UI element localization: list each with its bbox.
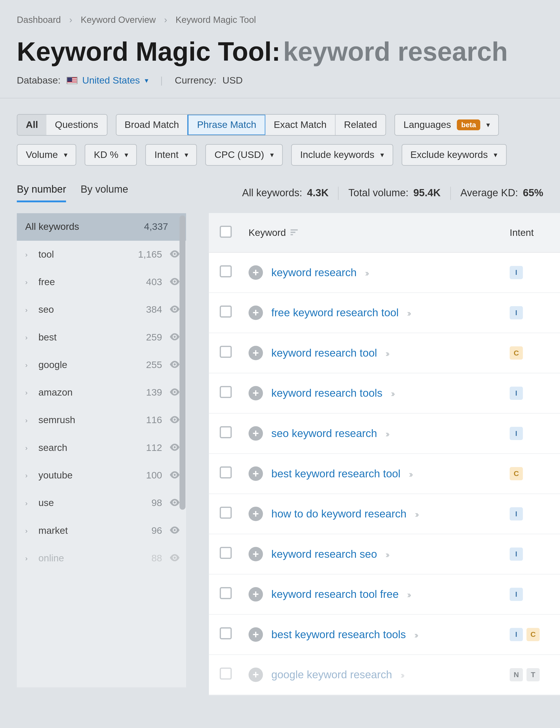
tab-phrase-match[interactable]: Phrase Match <box>187 114 266 136</box>
eye-icon[interactable] <box>169 360 180 370</box>
row-checkbox[interactable] <box>220 668 232 680</box>
add-keyword-button[interactable]: + <box>249 426 263 441</box>
filter-kd[interactable]: KD % ▾ <box>85 144 137 166</box>
row-checkbox[interactable] <box>220 466 232 478</box>
eye-icon[interactable] <box>169 442 180 453</box>
chevron-down-icon: ▾ <box>64 151 67 159</box>
expand-icon[interactable]: ›› <box>401 670 403 680</box>
expand-icon[interactable]: ›› <box>409 469 411 479</box>
filter-cpc[interactable]: CPC (USD) ▾ <box>205 144 283 166</box>
expand-icon[interactable]: ›› <box>365 267 368 278</box>
group-count: 112 <box>129 442 162 453</box>
eye-icon[interactable] <box>169 498 180 508</box>
row-checkbox[interactable] <box>220 507 232 519</box>
languages-dropdown[interactable]: Languages beta ▾ <box>394 114 499 136</box>
row-checkbox[interactable] <box>220 265 232 278</box>
add-keyword-button[interactable]: + <box>249 466 263 481</box>
eye-icon[interactable] <box>169 277 180 287</box>
sidebar-group-item[interactable]: ›youtube100 <box>17 462 186 489</box>
group-name: free <box>39 277 121 287</box>
sidebar-group-item[interactable]: ›semrush116 <box>17 406 186 434</box>
add-keyword-button[interactable]: + <box>249 547 263 561</box>
expand-icon[interactable]: ›› <box>391 388 393 398</box>
add-keyword-button[interactable]: + <box>249 386 263 400</box>
keyword-link[interactable]: seo keyword research <box>271 427 377 440</box>
eye-icon[interactable] <box>169 470 180 481</box>
sidebar-group-item[interactable]: ›search112 <box>17 434 186 462</box>
keyword-link[interactable]: free keyword research tool <box>271 306 398 319</box>
select-all-checkbox[interactable] <box>220 225 232 237</box>
filter-intent[interactable]: Intent ▾ <box>145 144 197 166</box>
sidebar-group-item[interactable]: ›google255 <box>17 351 186 379</box>
add-keyword-button[interactable]: + <box>249 265 263 280</box>
sidebar-group-item[interactable]: ›best259 <box>17 324 186 351</box>
row-checkbox[interactable] <box>220 306 232 318</box>
filter-exclude-keywords[interactable]: Exclude keywords ▾ <box>401 144 506 166</box>
row-checkbox[interactable] <box>220 587 232 599</box>
add-keyword-button[interactable]: + <box>249 668 263 682</box>
keyword-link[interactable]: keyword research seo <box>271 548 377 560</box>
eye-icon[interactable] <box>169 332 180 343</box>
filter-include-keywords[interactable]: Include keywords ▾ <box>291 144 393 166</box>
tab-broad-match[interactable]: Broad Match <box>116 115 188 135</box>
sidebar-group-item[interactable]: ›seo384 <box>17 296 186 323</box>
keyword-link[interactable]: keyword research tool <box>271 347 377 359</box>
eye-icon[interactable] <box>169 553 180 564</box>
sidebar-group-item[interactable]: ›market96 <box>17 517 186 544</box>
tab-related[interactable]: Related <box>336 115 386 135</box>
eye-icon[interactable] <box>169 415 180 426</box>
add-keyword-button[interactable]: + <box>249 627 263 642</box>
eye-icon[interactable] <box>169 387 180 398</box>
scrollbar[interactable] <box>179 213 186 687</box>
add-keyword-button[interactable]: + <box>249 346 263 360</box>
tab-questions[interactable]: Questions <box>47 115 107 135</box>
expand-icon[interactable]: ›› <box>407 589 409 599</box>
sidebar-group-item[interactable]: ›amazon139 <box>17 379 186 406</box>
expand-icon[interactable]: ›› <box>386 549 388 559</box>
tab-all[interactable]: All <box>17 114 47 136</box>
expand-icon[interactable]: ›› <box>414 629 417 640</box>
tab-exact-match[interactable]: Exact Match <box>265 115 336 135</box>
eye-icon[interactable] <box>169 304 180 315</box>
row-checkbox[interactable] <box>220 426 232 438</box>
keyword-link[interactable]: keyword research <box>271 266 357 279</box>
sort-icon[interactable] <box>291 228 298 237</box>
sort-by-number[interactable]: By number <box>17 184 66 202</box>
eye-icon[interactable] <box>169 525 180 536</box>
sort-by-volume[interactable]: By volume <box>81 184 128 202</box>
col-intent-label[interactable]: Intent <box>510 227 534 237</box>
breadcrumb-dashboard[interactable]: Dashboard <box>17 14 61 25</box>
breadcrumb-keyword-magic-tool[interactable]: Keyword Magic Tool <box>176 14 256 25</box>
keyword-link[interactable]: keyword research tool free <box>271 588 398 601</box>
eye-icon[interactable] <box>169 249 180 260</box>
keyword-link[interactable]: how to do keyword research <box>271 508 406 520</box>
sidebar-group-item[interactable]: ›free403 <box>17 268 186 296</box>
add-keyword-button[interactable]: + <box>249 587 263 601</box>
expand-icon[interactable]: ›› <box>386 428 388 439</box>
keyword-link[interactable]: google keyword research <box>271 668 392 681</box>
expand-icon[interactable]: ›› <box>386 348 388 358</box>
expand-icon[interactable]: ›› <box>407 308 409 318</box>
breadcrumb-keyword-overview[interactable]: Keyword Overview <box>81 14 156 25</box>
row-checkbox[interactable] <box>220 346 232 358</box>
table-row: +free keyword research tool››I <box>209 293 560 333</box>
add-keyword-button[interactable]: + <box>249 507 263 521</box>
scrollbar-thumb[interactable] <box>179 215 185 510</box>
sidebar-all-keywords[interactable]: All keywords 4,337 <box>17 213 186 241</box>
row-checkbox[interactable] <box>220 547 232 559</box>
col-keyword-label[interactable]: Keyword <box>249 227 286 238</box>
expand-icon[interactable]: ›› <box>415 509 417 519</box>
svg-rect-14 <box>291 234 293 235</box>
sidebar-group-item[interactable]: ›online88 <box>17 545 186 572</box>
sidebar-group-item[interactable]: ›tool1,165 <box>17 241 186 268</box>
filter-volume[interactable]: Volume ▾ <box>17 144 76 166</box>
group-name: market <box>39 525 121 536</box>
keyword-link[interactable]: keyword research tools <box>271 387 382 399</box>
row-checkbox[interactable] <box>220 386 232 398</box>
keyword-link[interactable]: best keyword research tools <box>271 628 406 641</box>
keyword-link[interactable]: best keyword research tool <box>271 467 400 480</box>
database-selector[interactable]: United States ▾ <box>67 75 148 86</box>
row-checkbox[interactable] <box>220 627 232 640</box>
sidebar-group-item[interactable]: ›use98 <box>17 489 186 517</box>
add-keyword-button[interactable]: + <box>249 306 263 320</box>
